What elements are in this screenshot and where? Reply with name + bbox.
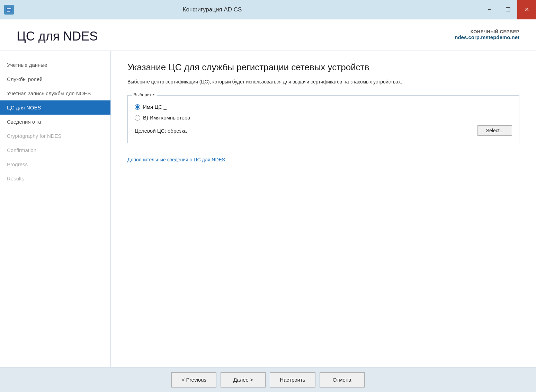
configure-button[interactable]: Настроить — [270, 372, 315, 387]
minimize-button[interactable]: − — [480, 0, 499, 19]
page-description: Выберите центр сертификации (ЦС), которы… — [127, 78, 519, 86]
svg-rect-1 — [7, 8, 11, 9]
radio-computer-name[interactable] — [135, 115, 140, 121]
previous-button[interactable]: < Previous — [171, 372, 216, 387]
sidebar-item-results: Results — [0, 171, 110, 186]
select-group-box: Выберите: Имя ЦС _ В) Имя компьютера Цел… — [127, 95, 519, 143]
radio-ca-name[interactable] — [135, 104, 140, 110]
sidebar-item-ca-for-noes[interactable]: ЦС для NOES — [0, 100, 110, 115]
radio-ca-name-row: Имя ЦС _ — [135, 104, 512, 110]
sidebar-item-credentials[interactable]: Учетные данные — [0, 58, 110, 72]
window-title: Конфигурация AD CS — [14, 6, 411, 13]
content-area: Учетные данные Службы ролей Учетная запи… — [0, 51, 536, 367]
target-ca-row: Целевой ЦС: обрезка Select... — [135, 125, 512, 136]
main-panel: Указание ЦС для службы регистрации сетев… — [111, 51, 536, 367]
sidebar-item-role-services[interactable]: Службы ролей — [0, 72, 110, 86]
bottom-bar: < Previous Далее > Настроить Отмена — [0, 367, 536, 392]
help-link[interactable]: Дополнительные сведения о ЦС для NDES — [127, 157, 225, 162]
target-ca-label: Целевой ЦС: обрезка — [135, 128, 472, 134]
main-window: ЦС для NDES КОНЕЧНЫЙ СЕРВЕР ndes.corp.ms… — [0, 19, 536, 392]
restore-button[interactable]: ❐ — [499, 0, 517, 19]
sidebar-item-cryptography: Cryptography for NDES — [0, 129, 110, 143]
cancel-button[interactable]: Отмена — [320, 372, 365, 387]
page-heading: Указание ЦС для службы регистрации сетев… — [127, 62, 519, 73]
select-button[interactable]: Select... — [477, 125, 512, 136]
sidebar: Учетные данные Службы ролей Учетная запи… — [0, 51, 111, 367]
sidebar-item-service-account[interactable]: Учетная запись службы для NOES — [0, 86, 110, 100]
header-area: ЦС для NDES КОНЕЧНЫЙ СЕРВЕР ndes.corp.ms… — [0, 19, 536, 51]
svg-rect-2 — [7, 10, 10, 10]
group-box-legend: Выберите: — [132, 92, 157, 97]
radio-ca-name-label[interactable]: Имя ЦС _ — [143, 104, 167, 110]
next-button[interactable]: Далее > — [221, 372, 266, 387]
sidebar-item-progress: Progress — [0, 157, 110, 171]
title-bar-left — [4, 5, 14, 15]
server-name: ndes.corp.mstepdemo.net — [455, 34, 519, 40]
radio-computer-name-row: В) Имя компьютера — [135, 115, 512, 121]
svg-rect-3 — [7, 11, 10, 12]
app-title: ЦС для NDES — [17, 29, 98, 44]
server-label: КОНЕЧНЫЙ СЕРВЕР — [455, 29, 519, 34]
server-info: КОНЕЧНЫЙ СЕРВЕР ndes.corp.mstepdemo.net — [455, 29, 519, 40]
close-button[interactable]: ✕ — [517, 0, 536, 19]
sidebar-item-confirmation: Confirmation — [0, 143, 110, 157]
radio-computer-name-label[interactable]: В) Имя компьютера — [143, 115, 190, 121]
window-controls: − ❐ ✕ — [480, 0, 536, 19]
title-bar: Конфигурация AD CS − ❐ ✕ — [0, 0, 536, 19]
app-icon — [4, 5, 14, 15]
sidebar-item-ra-info[interactable]: Сведения о га — [0, 115, 110, 129]
